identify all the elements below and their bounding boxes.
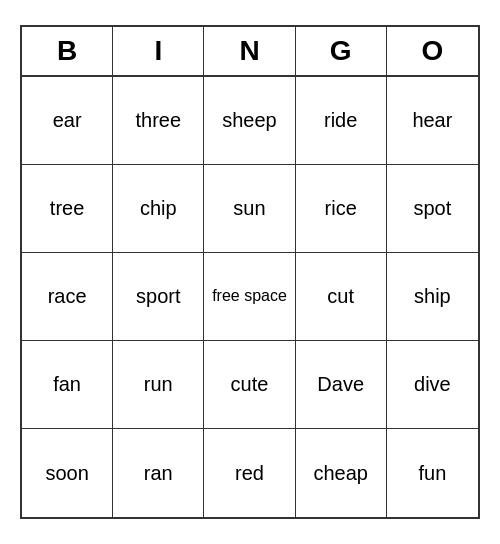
bingo-cell-4-4[interactable]: fun: [387, 429, 478, 517]
bingo-cell-1-3[interactable]: rice: [296, 165, 387, 253]
bingo-cell-3-4[interactable]: dive: [387, 341, 478, 429]
bingo-cell-3-3[interactable]: Dave: [296, 341, 387, 429]
bingo-cell-2-3[interactable]: cut: [296, 253, 387, 341]
bingo-cell-1-0[interactable]: tree: [22, 165, 113, 253]
bingo-cell-1-1[interactable]: chip: [113, 165, 204, 253]
bingo-header-letter: O: [387, 27, 478, 75]
bingo-cell-4-2[interactable]: red: [204, 429, 295, 517]
bingo-cell-0-2[interactable]: sheep: [204, 77, 295, 165]
bingo-cell-4-0[interactable]: soon: [22, 429, 113, 517]
bingo-cell-2-2[interactable]: free space: [204, 253, 295, 341]
bingo-header: BINGO: [22, 27, 478, 77]
bingo-header-letter: B: [22, 27, 113, 75]
bingo-cell-2-4[interactable]: ship: [387, 253, 478, 341]
bingo-cell-4-1[interactable]: ran: [113, 429, 204, 517]
bingo-cell-0-1[interactable]: three: [113, 77, 204, 165]
bingo-cell-3-0[interactable]: fan: [22, 341, 113, 429]
bingo-cell-0-0[interactable]: ear: [22, 77, 113, 165]
bingo-cell-2-0[interactable]: race: [22, 253, 113, 341]
bingo-cell-1-4[interactable]: spot: [387, 165, 478, 253]
bingo-header-letter: N: [204, 27, 295, 75]
bingo-cell-0-4[interactable]: hear: [387, 77, 478, 165]
bingo-cell-3-2[interactable]: cute: [204, 341, 295, 429]
bingo-cell-2-1[interactable]: sport: [113, 253, 204, 341]
bingo-grid: earthreesheeprideheartreechipsunricespot…: [22, 77, 478, 517]
bingo-card: BINGO earthreesheeprideheartreechipsunri…: [20, 25, 480, 519]
bingo-header-letter: G: [296, 27, 387, 75]
bingo-cell-0-3[interactable]: ride: [296, 77, 387, 165]
bingo-header-letter: I: [113, 27, 204, 75]
bingo-cell-3-1[interactable]: run: [113, 341, 204, 429]
bingo-cell-1-2[interactable]: sun: [204, 165, 295, 253]
bingo-cell-4-3[interactable]: cheap: [296, 429, 387, 517]
